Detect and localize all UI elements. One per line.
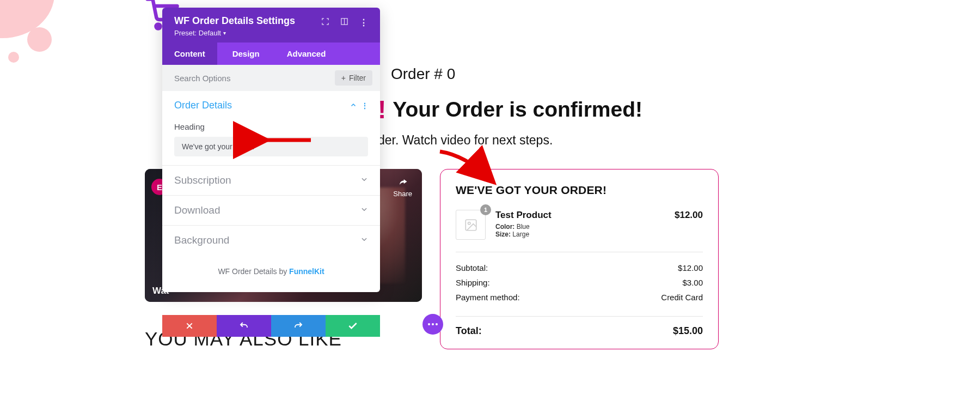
- section-background: Background: [162, 226, 380, 255]
- order-number: Order # 0: [391, 65, 642, 83]
- chevron-down-icon: [360, 235, 368, 245]
- qty-badge: 1: [480, 204, 491, 215]
- redo-button[interactable]: [271, 315, 326, 337]
- section-toggle-subscription[interactable]: Subscription: [174, 166, 368, 195]
- order-card: WE'VE GOT YOUR ORDER! 1 Test Product Col…: [440, 169, 719, 349]
- chevron-up-icon: [350, 101, 357, 111]
- section-toggle-order-details[interactable]: Order Details ⋮: [174, 91, 368, 120]
- fullscreen-icon[interactable]: [321, 17, 329, 28]
- search-options[interactable]: Search Options: [174, 74, 230, 83]
- product-price: $12.00: [675, 210, 703, 221]
- annotation-arrow-1: [259, 132, 314, 150]
- confirm-heading: ! Your Order is confirmed!: [378, 97, 642, 122]
- more-fab[interactable]: [422, 314, 443, 335]
- section-toggle-download[interactable]: Download: [174, 196, 368, 225]
- funnelkit-link[interactable]: FunnelKit: [289, 267, 324, 276]
- action-bar: [162, 315, 380, 337]
- svg-point-0: [156, 25, 161, 29]
- panel-title: WF Order Details Settings: [174, 15, 295, 27]
- share-label: Share: [393, 190, 412, 198]
- save-button[interactable]: [326, 315, 380, 337]
- tab-design[interactable]: Design: [220, 43, 272, 65]
- product-color: Color: Blue: [495, 223, 675, 231]
- product-size: Size: Large: [495, 231, 675, 238]
- subtext: der. Watch video for next steps.: [378, 133, 642, 148]
- svg-point-7: [468, 222, 470, 224]
- attribution: WF Order Details by FunnelKit: [162, 255, 380, 292]
- annotation-arrow-2: [436, 147, 501, 193]
- tab-advanced[interactable]: Advanced: [275, 43, 338, 65]
- section-download: Download: [162, 196, 380, 226]
- section-menu-icon[interactable]: ⋮: [361, 101, 368, 110]
- shipping-label: Shipping:: [456, 278, 490, 287]
- payment-value: Credit Card: [661, 293, 703, 302]
- ellipsis-icon: [428, 323, 438, 325]
- total-label: Total:: [456, 325, 482, 337]
- heading-label: Heading: [174, 122, 368, 131]
- order-summary: Subtotal:$12.00 Shipping:$3.00 Payment m…: [456, 263, 703, 317]
- tabs: Content Design Advanced: [162, 43, 380, 65]
- filter-button[interactable]: + Filter: [335, 70, 372, 86]
- total-row: Total: $15.00: [456, 325, 703, 337]
- chevron-down-icon: [360, 175, 368, 185]
- plus-icon: +: [341, 74, 346, 82]
- payment-label: Payment method:: [456, 293, 520, 302]
- subtotal-label: Subtotal:: [456, 263, 488, 272]
- kebab-menu-icon[interactable]: ⋮: [359, 17, 368, 28]
- share-button[interactable]: Share: [393, 177, 412, 198]
- page-preview: Order # 0 ! Your Order is confirmed! der…: [378, 65, 642, 148]
- total-value: $15.00: [673, 325, 703, 337]
- search-row: Search Options + Filter: [162, 65, 380, 91]
- undo-button[interactable]: [217, 315, 271, 337]
- subtotal-value: $12.00: [678, 263, 703, 272]
- section-order-details: Order Details ⋮ Heading: [162, 91, 380, 166]
- chevron-down-icon: [360, 205, 368, 215]
- tab-content[interactable]: Content: [162, 43, 217, 65]
- product-row: 1 Test Product Color: Blue Size: Large $…: [456, 210, 703, 252]
- shipping-value: $3.00: [682, 278, 703, 287]
- product-thumb: [456, 210, 486, 240]
- panel-header: WF Order Details Settings Preset: Defaul…: [162, 8, 380, 43]
- section-subscription: Subscription: [162, 166, 380, 196]
- close-button[interactable]: [162, 315, 217, 337]
- section-toggle-background[interactable]: Background: [174, 226, 368, 255]
- layout-icon[interactable]: [340, 17, 348, 28]
- product-name: Test Product: [495, 210, 675, 221]
- decorative-blobs: [0, 0, 98, 87]
- preset-dropdown[interactable]: Preset: Default▾: [174, 29, 295, 37]
